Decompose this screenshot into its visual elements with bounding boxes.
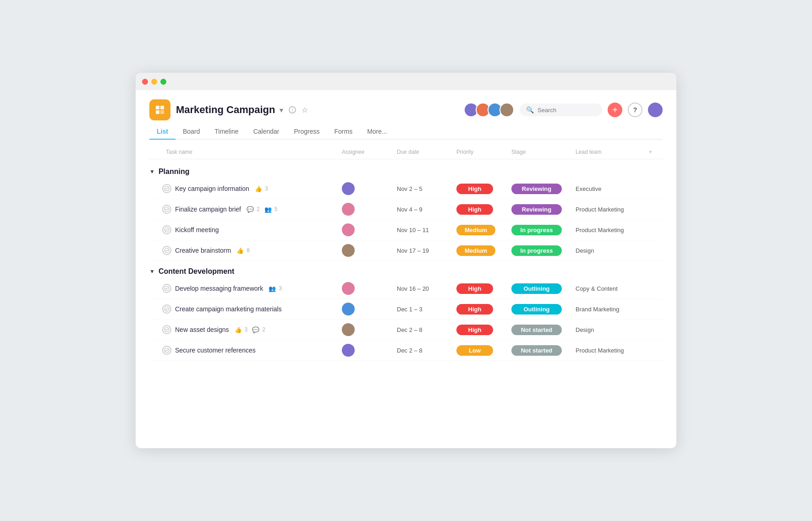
priority-cell: Medium	[456, 225, 511, 235]
col-task-name: Task name	[149, 149, 342, 155]
due-date: Dec 1 – 3	[397, 306, 456, 313]
task-name-cell: Creative brainstorm 👍 8	[149, 246, 342, 255]
task-name-cell: Key campaign information 👍 3	[149, 184, 342, 193]
stage-cell: Outlining	[511, 304, 576, 315]
assignee-cell	[342, 182, 397, 195]
stage-cell: In progress	[511, 245, 576, 256]
task-check[interactable]	[162, 325, 171, 334]
tab-calendar[interactable]: Calendar	[246, 124, 287, 140]
title-bar	[136, 73, 676, 90]
assignee-cell	[342, 282, 397, 295]
priority-cell: High	[456, 304, 511, 315]
dropdown-button[interactable]: ▾	[279, 105, 284, 115]
task-name: Creative brainstorm	[175, 247, 231, 254]
assignee-cell	[342, 203, 397, 216]
table-row: Secure customer references Dec 2 – 8 Low…	[149, 340, 663, 361]
table-row: Creative brainstorm 👍 8 Nov 17 – 19 Medi…	[149, 240, 663, 261]
stage-badge: In progress	[511, 245, 562, 256]
due-date: Nov 4 – 9	[397, 206, 456, 213]
priority-badge: High	[456, 304, 493, 315]
avatar	[342, 244, 355, 257]
assignee-cell	[342, 244, 397, 257]
task-check[interactable]	[162, 346, 171, 355]
task-meta: 💬 2 👥 5	[247, 206, 277, 213]
due-date: Nov 17 – 19	[397, 247, 456, 254]
stage-cell: Reviewing	[511, 204, 576, 215]
avatar	[342, 303, 355, 315]
priority-badge: Medium	[456, 225, 495, 235]
col-add[interactable]: +	[649, 149, 663, 155]
task-name: Kickoff meeting	[175, 226, 219, 233]
tab-more[interactable]: More...	[360, 124, 395, 140]
star-button[interactable]: ☆	[301, 105, 309, 115]
task-name-cell: Secure customer references	[149, 346, 342, 355]
priority-cell: High	[456, 283, 511, 294]
svg-rect-3	[160, 110, 164, 114]
close-button[interactable]	[142, 79, 148, 85]
svg-text:i: i	[292, 108, 293, 113]
stage-badge: In progress	[511, 225, 562, 235]
lead-team: Design	[576, 247, 649, 254]
svg-rect-2	[156, 110, 159, 114]
avatar	[342, 323, 355, 336]
avatar	[342, 344, 355, 357]
lead-team: Copy & Content	[576, 285, 649, 292]
task-table: Task name Assignee Due date Priority Sta…	[149, 149, 663, 361]
info-button[interactable]: i	[288, 105, 297, 114]
assignee-cell	[342, 344, 397, 357]
search-box: 🔍	[520, 103, 602, 116]
task-check[interactable]	[162, 246, 171, 255]
task-meta: 👥 3	[269, 285, 282, 292]
tab-board[interactable]: Board	[176, 124, 207, 140]
stage-badge: Not started	[511, 325, 562, 335]
task-check[interactable]	[162, 205, 171, 214]
stage-badge: Outlining	[511, 283, 562, 294]
tab-timeline[interactable]: Timeline	[207, 124, 246, 140]
like-icon: 👍	[255, 185, 262, 192]
minimize-button[interactable]	[151, 79, 157, 85]
priority-cell: Medium	[456, 245, 511, 256]
priority-badge: High	[456, 283, 493, 294]
task-check[interactable]	[162, 284, 171, 293]
col-due-date: Due date	[397, 149, 456, 155]
user-avatar[interactable]	[648, 103, 663, 117]
tab-forms[interactable]: Forms	[327, 124, 360, 140]
task-name-cell: Develop messaging framework 👥 3	[149, 284, 342, 293]
maximize-button[interactable]	[160, 79, 166, 85]
help-button[interactable]: ?	[628, 103, 642, 117]
table-row: Develop messaging framework 👥 3 Nov 16 –…	[149, 278, 663, 299]
col-priority: Priority	[456, 149, 511, 155]
table-row: Create campaign marketing materials Dec …	[149, 299, 663, 320]
project-title: Marketing Campaign	[176, 104, 275, 116]
task-name: New asset designs	[175, 326, 229, 333]
table-header: Task name Assignee Due date Priority Sta…	[149, 149, 663, 159]
task-name-cell: Kickoff meeting	[149, 225, 342, 234]
add-button[interactable]: +	[608, 103, 622, 117]
task-meta: 👍 8	[236, 247, 250, 254]
section-planning-header[interactable]: ▼ Planning	[149, 161, 663, 179]
table-row: Kickoff meeting Nov 10 – 11 Medium In pr…	[149, 220, 663, 240]
tab-list[interactable]: List	[149, 124, 176, 140]
stage-cell: Not started	[511, 345, 576, 356]
assignee-cell	[342, 303, 397, 315]
task-check[interactable]	[162, 304, 171, 314]
search-input[interactable]	[538, 107, 596, 114]
avatar	[499, 103, 514, 117]
lead-team: Product Marketing	[576, 347, 649, 354]
stage-badge: Reviewing	[511, 204, 562, 215]
task-name-cell: Create campaign marketing materials	[149, 304, 342, 314]
svg-rect-0	[156, 106, 159, 109]
due-date: Dec 2 – 8	[397, 347, 456, 354]
like-icon: 👍	[235, 326, 242, 333]
header: Marketing Campaign ▾ i ☆	[149, 99, 663, 120]
tab-progress[interactable]: Progress	[286, 124, 327, 140]
section-arrow: ▼	[149, 168, 155, 175]
due-date: Dec 2 – 8	[397, 326, 456, 333]
stage-badge: Not started	[511, 345, 562, 356]
col-assignee: Assignee	[342, 149, 397, 155]
task-check[interactable]	[162, 184, 171, 193]
avatar	[342, 182, 355, 195]
due-date: Nov 2 – 5	[397, 185, 456, 192]
task-check[interactable]	[162, 225, 171, 234]
section-content-header[interactable]: ▼ Content Development	[149, 261, 663, 278]
